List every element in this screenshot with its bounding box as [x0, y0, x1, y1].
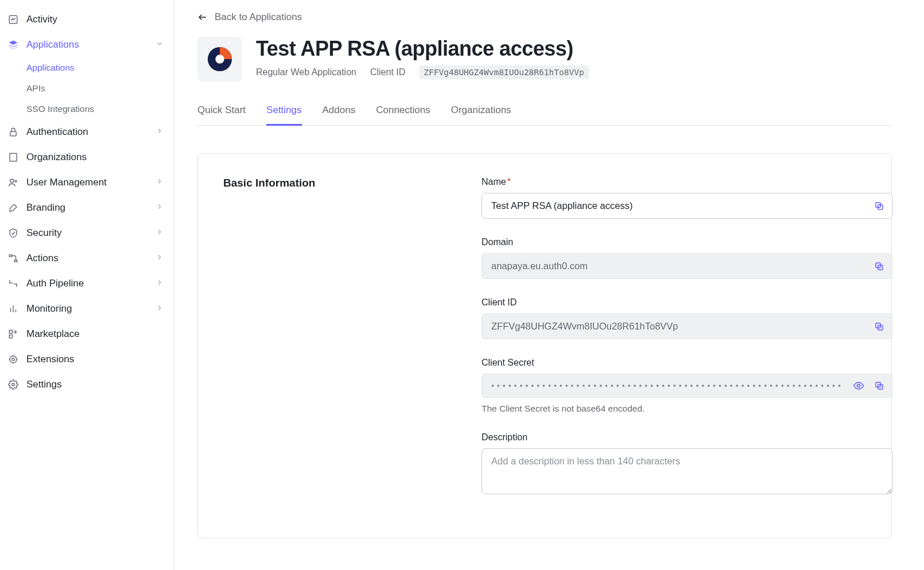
svg-point-18: [12, 358, 15, 361]
sidebar-item-settings[interactable]: Settings: [0, 372, 174, 397]
back-to-applications-link[interactable]: Back to Applications: [197, 11, 302, 23]
copy-icon: [874, 261, 884, 272]
sidebar-item-applications[interactable]: Applications: [0, 32, 174, 57]
tab-quickstart[interactable]: Quick Start: [197, 102, 246, 126]
sidebar-item-extensions[interactable]: Extensions: [0, 347, 174, 372]
chevron-right-icon: [156, 126, 164, 138]
sidebar-item-auth-pipeline[interactable]: Auth Pipeline: [0, 271, 174, 296]
tab-settings[interactable]: Settings: [266, 102, 301, 126]
client-id-label: Client ID: [370, 67, 405, 77]
chevron-down-icon: [156, 39, 164, 51]
svg-point-27: [215, 55, 224, 63]
brush-icon: [7, 201, 20, 214]
svg-rect-10: [14, 260, 17, 262]
field-description: Description: [482, 432, 892, 497]
bar-chart-icon: [7, 303, 20, 315]
tab-addons[interactable]: Addons: [323, 102, 356, 126]
sidebar-item-label: Auth Pipeline: [26, 278, 84, 289]
copy-icon: [874, 321, 884, 332]
pipeline-icon: [7, 277, 20, 290]
copy-icon: [874, 201, 884, 211]
chevron-right-icon: [156, 253, 164, 264]
back-link-label: Back to Applications: [215, 11, 302, 23]
name-label: Name*: [482, 177, 892, 187]
svg-rect-2: [10, 153, 17, 161]
required-indicator: *: [507, 177, 511, 187]
description-label: Description: [482, 432, 892, 443]
applications-icon: [7, 38, 20, 51]
svg-rect-14: [9, 330, 12, 333]
sidebar-item-actions[interactable]: Actions: [0, 246, 174, 271]
svg-rect-1: [10, 131, 17, 136]
copy-icon: [874, 381, 884, 391]
svg-point-7: [10, 179, 14, 183]
sidebar-item-organizations[interactable]: Organizations: [0, 145, 174, 170]
sidebar-item-label: Authentication: [26, 126, 88, 138]
arrow-left-icon: [197, 12, 208, 22]
svg-point-34: [857, 385, 860, 387]
sidebar-item-monitoring[interactable]: Monitoring: [0, 296, 174, 321]
tabs: Quick Start Settings Addons Connections …: [197, 102, 892, 126]
svg-rect-9: [9, 255, 12, 257]
gear-icon: [7, 378, 20, 391]
app-header: Test APP RSA (appliance access) Regular …: [197, 37, 892, 82]
sidebar-item-security[interactable]: Security: [0, 220, 174, 246]
sidebar-item-label: Marketplace: [26, 328, 80, 340]
copy-name-button[interactable]: [872, 199, 887, 214]
copy-client-id-button[interactable]: [872, 319, 887, 334]
client-id-input[interactable]: [482, 313, 892, 339]
client-secret-label: Client Secret: [482, 358, 892, 368]
tab-connections[interactable]: Connections: [376, 102, 430, 126]
description-textarea[interactable]: [482, 448, 892, 494]
client-secret-mask: ••••••••••••••••••••••••••••••••••••••••…: [491, 381, 844, 390]
activity-icon: [7, 13, 20, 26]
sidebar-subitem-apis[interactable]: APIs: [0, 78, 174, 99]
section-title: Basic Information: [223, 177, 447, 515]
copy-secret-button[interactable]: [872, 378, 887, 393]
field-client-secret: Client Secret ••••••••••••••••••••••••••…: [482, 358, 892, 414]
plus-grid-icon: [7, 328, 20, 340]
client-secret-input[interactable]: ••••••••••••••••••••••••••••••••••••••••…: [482, 374, 892, 398]
sidebar: Activity Applications Applications APIs …: [0, 0, 174, 570]
app-logo: [197, 37, 242, 82]
reveal-secret-button[interactable]: [851, 378, 866, 393]
chevron-right-icon: [156, 278, 164, 289]
client-secret-help: The Client Secret is not base64 encoded.: [482, 404, 892, 414]
shield-icon: [7, 227, 20, 239]
chevron-right-icon: [156, 177, 164, 188]
eye-icon: [853, 380, 864, 391]
sidebar-item-label: Monitoring: [26, 303, 72, 315]
domain-input[interactable]: [482, 253, 892, 279]
sidebar-item-label: Activity: [26, 14, 57, 25]
field-client-id: Client ID: [482, 297, 892, 339]
domain-label: Domain: [482, 237, 892, 247]
sidebar-item-label: Actions: [26, 253, 59, 264]
chevron-right-icon: [156, 202, 164, 214]
sidebar-item-marketplace[interactable]: Marketplace: [0, 321, 174, 347]
sidebar-item-authentication[interactable]: Authentication: [0, 119, 174, 145]
client-id-chip[interactable]: ZFFVg48UHGZ4Wvm8IUOu28R61hTo8VVp: [419, 65, 588, 79]
sidebar-item-user-management[interactable]: User Management: [0, 170, 174, 195]
copy-domain-button[interactable]: [872, 259, 887, 274]
sidebar-item-label: Applications: [26, 39, 79, 51]
sidebar-item-label: Branding: [26, 202, 65, 214]
tab-organizations[interactable]: Organizations: [451, 102, 511, 126]
sidebar-item-branding[interactable]: Branding: [0, 195, 174, 220]
sidebar-subitem-sso[interactable]: SSO Integrations: [0, 99, 174, 119]
page-title: Test APP RSA (appliance access): [256, 37, 589, 61]
sidebar-item-label: Security: [26, 227, 61, 239]
svg-rect-15: [9, 335, 12, 338]
users-icon: [7, 176, 20, 189]
chevron-right-icon: [156, 303, 164, 315]
app-type-label: Regular Web Application: [256, 67, 356, 77]
sidebar-item-label: Settings: [26, 379, 61, 390]
lock-icon: [7, 126, 20, 138]
name-input[interactable]: [482, 193, 892, 219]
sidebar-item-activity[interactable]: Activity: [0, 7, 174, 32]
svg-point-24: [12, 383, 15, 386]
svg-point-19: [10, 356, 17, 363]
flow-icon: [7, 252, 20, 265]
app-logo-icon: [207, 46, 233, 72]
puzzle-icon: [7, 353, 20, 366]
sidebar-subitem-applications[interactable]: Applications: [0, 57, 174, 78]
